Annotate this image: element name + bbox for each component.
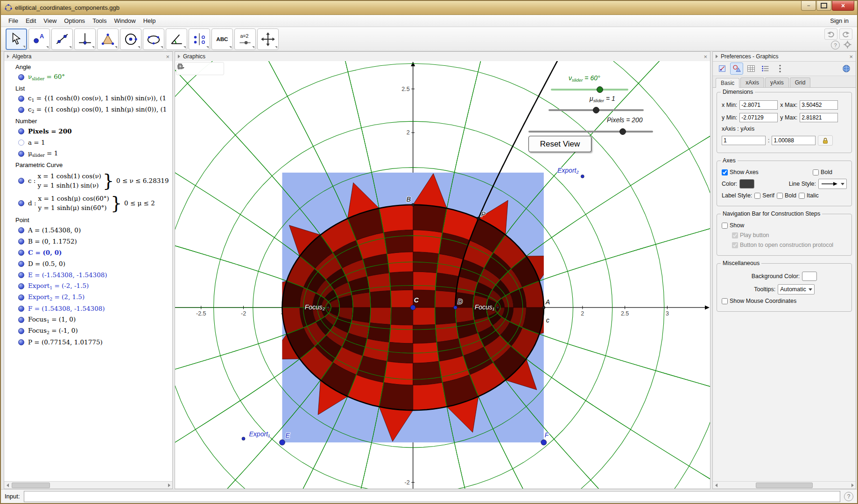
tab-yaxis[interactable]: yAxis: [765, 77, 789, 87]
visibility-marble[interactable]: [18, 283, 24, 289]
algebra-item[interactable]: P = (0.77154, 1.01775): [4, 336, 172, 348]
xmax-input[interactable]: [800, 100, 838, 110]
point-p[interactable]: [477, 217, 480, 220]
capture-menu-icon[interactable]: [212, 63, 223, 74]
menu-help[interactable]: Help: [140, 15, 160, 26]
point-tool[interactable]: A: [28, 28, 50, 50]
algebra-item[interactable]: F = (1.54308, -1.54308): [4, 303, 172, 314]
algebra-item[interactable]: Focus1 = (1, 0): [4, 314, 172, 325]
visibility-marble[interactable]: [18, 96, 24, 102]
tool-dropdown-icon[interactable]: [138, 46, 140, 49]
bold-label-checkbox[interactable]: [777, 193, 783, 199]
point-a[interactable]: [542, 306, 545, 309]
visibility-marble[interactable]: [18, 128, 24, 134]
algebra-item[interactable]: E = (-1.54308, -1.54308): [4, 269, 172, 280]
algebra-item[interactable]: Pixels = 200: [4, 126, 172, 137]
circle-tool[interactable]: [120, 28, 141, 50]
pixels-slider-track[interactable]: [528, 131, 653, 133]
tab-xaxis[interactable]: xAxis: [740, 77, 764, 87]
reflect-tool[interactable]: [189, 28, 210, 50]
visibility-marble[interactable]: [18, 151, 24, 157]
scrollbar-thumb[interactable]: [756, 483, 813, 488]
italic-checkbox[interactable]: [799, 193, 805, 199]
point-b[interactable]: [412, 203, 415, 206]
graphics-view-icon[interactable]: [730, 63, 743, 75]
algebra-item[interactable]: Focus2 = (-1, 0): [4, 325, 172, 336]
help-icon[interactable]: ?: [831, 41, 840, 49]
menu-options[interactable]: Options: [60, 15, 89, 26]
visibility-marble[interactable]: [18, 227, 24, 233]
panel-menu-icon[interactable]: [716, 55, 718, 58]
close-icon[interactable]: ×: [849, 53, 853, 60]
command-input[interactable]: [24, 491, 840, 502]
visibility-marble[interactable]: [18, 140, 24, 146]
algebra-item[interactable]: D = (0.5, 0): [4, 258, 172, 269]
point-export1[interactable]: [242, 437, 245, 440]
layout-options-icon[interactable]: [774, 63, 787, 75]
visibility-marble[interactable]: [18, 339, 24, 345]
close-icon[interactable]: ×: [703, 53, 707, 60]
tab-grid[interactable]: Grid: [790, 77, 811, 87]
nu-slider[interactable]: νslider = 60°: [551, 85, 628, 95]
visibility-marble[interactable]: [18, 317, 24, 323]
mu-slider-knob[interactable]: [593, 107, 599, 113]
algebra-item[interactable]: c2 = {(1 cosh(μ) cos(0), 1 sinh(μ) sin(0…: [4, 104, 172, 115]
menu-window[interactable]: Window: [110, 15, 139, 26]
mu-slider[interactable]: μslider = 1: [549, 106, 644, 115]
background-color-swatch[interactable]: [802, 272, 817, 281]
close-icon[interactable]: ×: [166, 53, 169, 60]
text-tool[interactable]: ABC: [211, 28, 233, 50]
settings-gear-icon[interactable]: [844, 41, 851, 49]
show-axes-checkbox[interactable]: [722, 169, 728, 175]
graphics-view[interactable]: -2.5-2-1.5-1-0.50.511.522.53-2-1.5-1-0.5…: [175, 61, 710, 489]
point-focus2[interactable]: [327, 306, 330, 308]
angle-tool[interactable]: [166, 28, 187, 50]
ymax-input[interactable]: [800, 113, 838, 122]
maximize-button[interactable]: [816, 1, 831, 11]
visibility-marble[interactable]: [18, 107, 24, 113]
conic-tool[interactable]: [143, 28, 164, 50]
move-view-tool[interactable]: [257, 28, 279, 50]
graphics-canvas[interactable]: -2.5-2-1.5-1-0.50.511.522.53-2-1.5-1-0.5…: [175, 61, 710, 489]
visibility-marble[interactable]: [18, 306, 24, 312]
scrollbar-thumb[interactable]: [12, 483, 50, 488]
slider-tool[interactable]: a=2: [234, 28, 256, 50]
tool-dropdown-icon[interactable]: [92, 46, 94, 49]
menu-file[interactable]: File: [5, 15, 22, 26]
algebra-item[interactable]: A = (1.54308, 0): [4, 224, 172, 236]
tool-dropdown-icon[interactable]: [115, 46, 117, 49]
algebra-hscrollbar[interactable]: [4, 481, 172, 489]
algebra-item[interactable]: νslider = 60°: [4, 71, 172, 83]
point-c[interactable]: [410, 305, 415, 310]
grid-toggle-icon[interactable]: [189, 63, 199, 74]
lock-ratio-button[interactable]: [818, 135, 833, 146]
tool-dropdown-icon[interactable]: [69, 46, 71, 49]
ratio-x-input[interactable]: [722, 136, 766, 145]
visibility-marble[interactable]: [18, 238, 24, 245]
algebra-item[interactable]: B = (0, 1.1752): [4, 236, 172, 247]
axes-color-swatch[interactable]: [739, 179, 754, 189]
point-focus1[interactable]: [497, 306, 499, 308]
polygon-tool[interactable]: [97, 28, 119, 50]
tool-dropdown-icon[interactable]: [229, 46, 232, 49]
algebra-item[interactable]: Export1 = (-2, -1.5): [4, 280, 172, 292]
visibility-marble[interactable]: [18, 74, 24, 80]
preferences-hscrollbar[interactable]: [713, 481, 856, 489]
title-bar[interactable]: elliptical_coordinates_components.ggb − …: [1, 1, 857, 15]
pixels-slider[interactable]: Pixels = 200: [528, 127, 653, 137]
input-help-icon[interactable]: ?: [844, 492, 853, 501]
menu-view[interactable]: View: [40, 15, 60, 26]
ratio-y-input[interactable]: [772, 136, 816, 145]
mouse-coordinates-checkbox[interactable]: [722, 298, 728, 304]
visibility-marble[interactable]: [18, 294, 24, 301]
tool-dropdown-icon[interactable]: [161, 46, 163, 49]
algebra-item[interactable]: c1 = {(1 cosh(0) cos(ν), 1 sinh(0) sin(ν…: [4, 93, 172, 104]
point-e[interactable]: [280, 440, 285, 445]
xmin-input[interactable]: [739, 100, 778, 110]
close-button[interactable]: ×: [832, 1, 854, 11]
algebra-item[interactable]: Export2 = (2, 1.5): [4, 292, 172, 303]
tool-dropdown-icon[interactable]: [252, 46, 254, 49]
protocol-button-checkbox[interactable]: [732, 242, 738, 248]
visibility-marble[interactable]: [18, 250, 24, 256]
tool-dropdown-icon[interactable]: [23, 46, 25, 48]
